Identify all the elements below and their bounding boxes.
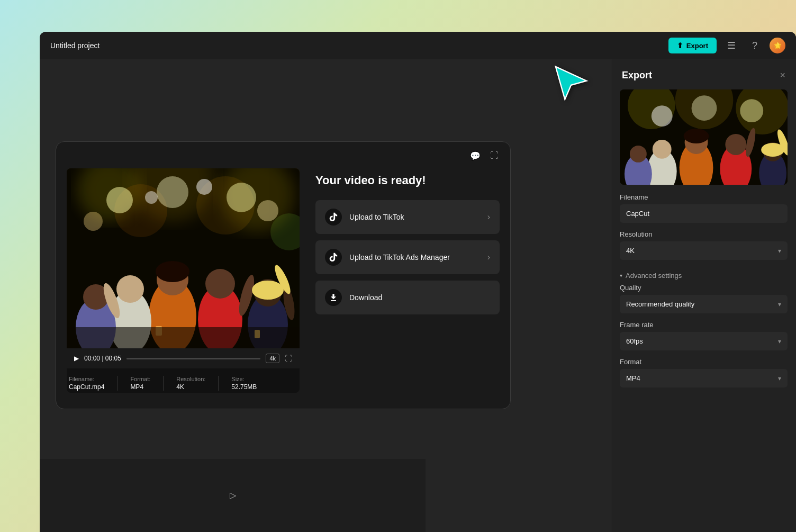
video-thumbnail xyxy=(67,168,300,348)
svg-point-6 xyxy=(106,187,133,213)
video-ready-title: Your video is ready! xyxy=(315,174,500,187)
tiktok-ads-icon xyxy=(325,249,342,266)
meta-filename: Filename: CapCut.mp4 xyxy=(69,376,104,391)
meta-resolution: Resolution: 4K xyxy=(176,376,205,391)
timeline-area: ▷ xyxy=(40,458,426,532)
time-current: 00:00 xyxy=(84,355,100,362)
svg-point-22 xyxy=(205,269,235,299)
svg-point-44 xyxy=(653,140,672,159)
download-left: Download xyxy=(325,289,382,306)
upload-tiktok-ads-label: Upload to TikTok Ads Manager xyxy=(349,253,450,262)
svg-point-39 xyxy=(740,99,763,122)
format-chevron-icon: ▾ xyxy=(778,375,781,382)
meta-format: Format: MP4 xyxy=(130,376,150,391)
help-icon[interactable]: ? xyxy=(746,37,763,54)
svg-point-10 xyxy=(84,212,103,231)
filename-field-label: Filename xyxy=(620,193,788,201)
chevron-right-icon-2: › xyxy=(487,253,490,262)
fullscreen-button[interactable]: ⛶ xyxy=(285,354,292,363)
menu-icon[interactable]: ☰ xyxy=(723,37,740,54)
modal-right: Your video is ready! Upload to TikTok xyxy=(300,168,500,393)
top-bar-actions: ⬆ Export ☰ ? 🌟 xyxy=(668,37,785,54)
framerate-select[interactable]: 60fps ▾ xyxy=(620,332,788,350)
filename-input[interactable] xyxy=(620,204,788,223)
filename-label: Filename: xyxy=(69,376,104,382)
export-panel-title: Export xyxy=(622,70,652,81)
avatar[interactable]: 🌟 xyxy=(770,38,785,53)
quality-select-value: Recommended quality xyxy=(626,300,694,308)
close-export-panel-button[interactable]: × xyxy=(780,70,785,81)
resolution-chevron-icon: ▾ xyxy=(778,247,781,255)
project-title: Untitled project xyxy=(50,41,100,50)
upload-tiktok-label: Upload to TikTok xyxy=(349,213,404,221)
download-label: Download xyxy=(349,293,382,302)
play-button[interactable]: ▶ xyxy=(74,355,79,362)
upload-tiktok-ads-left: Upload to TikTok Ads Manager xyxy=(325,249,450,266)
svg-rect-32 xyxy=(67,327,300,348)
modal-comment-icon[interactable]: 💬 xyxy=(468,148,483,163)
size-label: Size: xyxy=(231,376,257,382)
meta-sep-2 xyxy=(163,376,164,391)
main-content: 💬 ⛶ xyxy=(40,59,796,532)
format-group: Format MP4 ▾ xyxy=(611,358,796,395)
upload-tiktok-button[interactable]: Upload to TikTok › xyxy=(315,200,500,234)
video-ready-modal: 💬 ⛶ xyxy=(56,141,511,409)
video-preview: ▶ 00:00 | 00:05 4k ⛶ xyxy=(67,168,300,393)
meta-sep-3 xyxy=(218,376,219,391)
svg-point-8 xyxy=(227,183,256,212)
chevron-right-icon-1: › xyxy=(487,212,490,222)
resolution-select[interactable]: 4K ▾ xyxy=(620,241,788,260)
filename-group: Filename xyxy=(611,193,796,230)
video-metadata: Filename: CapCut.mp4 Format: MP4 Resolut… xyxy=(67,368,300,393)
time-total: 00:05 xyxy=(105,355,121,362)
format-field-label: Format xyxy=(620,358,788,366)
format-label: Format: xyxy=(130,376,150,382)
svg-point-16 xyxy=(156,261,189,282)
resolution-label: Resolution: xyxy=(176,376,205,382)
export-label: Export xyxy=(686,42,708,50)
format-select-value: MP4 xyxy=(626,374,640,382)
resolution-group: Resolution 4K ▾ xyxy=(611,230,796,267)
svg-point-38 xyxy=(692,95,717,121)
svg-point-11 xyxy=(196,179,212,195)
resolution-select-value: 4K xyxy=(626,247,635,255)
crowd-scene-svg xyxy=(67,168,300,348)
upload-tiktok-left: Upload to TikTok xyxy=(325,209,404,226)
export-button[interactable]: ⬆ Export xyxy=(668,38,717,53)
upload-tiktok-ads-button[interactable]: Upload to TikTok Ads Manager › xyxy=(315,240,500,274)
modal-fullscreen-icon[interactable]: ⛶ xyxy=(487,148,502,163)
avatar-icon: 🌟 xyxy=(774,42,782,49)
time-display: 00:00 | 00:05 xyxy=(84,355,121,362)
export-panel-header: Export × xyxy=(611,59,796,89)
framerate-field-label: Frame rate xyxy=(620,321,788,329)
modal-top-bar: 💬 ⛶ xyxy=(56,142,510,163)
resolution-field-label: Resolution xyxy=(620,230,788,238)
advanced-settings-toggle[interactable]: ▾ Advanced settings xyxy=(611,267,796,284)
quality-field-label: Quality xyxy=(620,284,788,292)
meta-sep-1 xyxy=(117,376,117,391)
svg-point-7 xyxy=(157,176,188,208)
panel-thumbnail xyxy=(620,89,788,185)
framerate-select-value: 60fps xyxy=(626,337,643,345)
resolution-value: 4K xyxy=(176,383,205,391)
format-select[interactable]: MP4 ▾ xyxy=(620,369,788,387)
quality-group: Quality Recommended quality ▾ xyxy=(611,284,796,321)
advanced-chevron-icon: ▾ xyxy=(620,273,622,278)
video-controls: ▶ 00:00 | 00:05 4k ⛶ xyxy=(67,348,300,368)
editor-area: 💬 ⛶ xyxy=(40,59,611,532)
svg-point-9 xyxy=(257,200,278,221)
quality-select[interactable]: Recommended quality ▾ xyxy=(620,295,788,313)
svg-point-37 xyxy=(652,105,673,127)
svg-point-42 xyxy=(684,129,709,143)
upload-icon: ⬆ xyxy=(677,41,683,50)
advanced-settings-label: Advanced settings xyxy=(626,272,682,279)
filename-value: CapCut.mp4 xyxy=(69,383,104,391)
timeline-play-button[interactable]: ▷ xyxy=(230,490,236,500)
download-button[interactable]: Download xyxy=(315,281,500,314)
panel-thumb-svg xyxy=(620,89,788,185)
progress-bar[interactable] xyxy=(126,358,261,359)
quality-badge: 4k xyxy=(266,354,279,363)
modal-body: ▶ 00:00 | 00:05 4k ⛶ xyxy=(56,163,510,409)
download-icon xyxy=(325,289,342,306)
svg-point-30 xyxy=(252,281,284,300)
